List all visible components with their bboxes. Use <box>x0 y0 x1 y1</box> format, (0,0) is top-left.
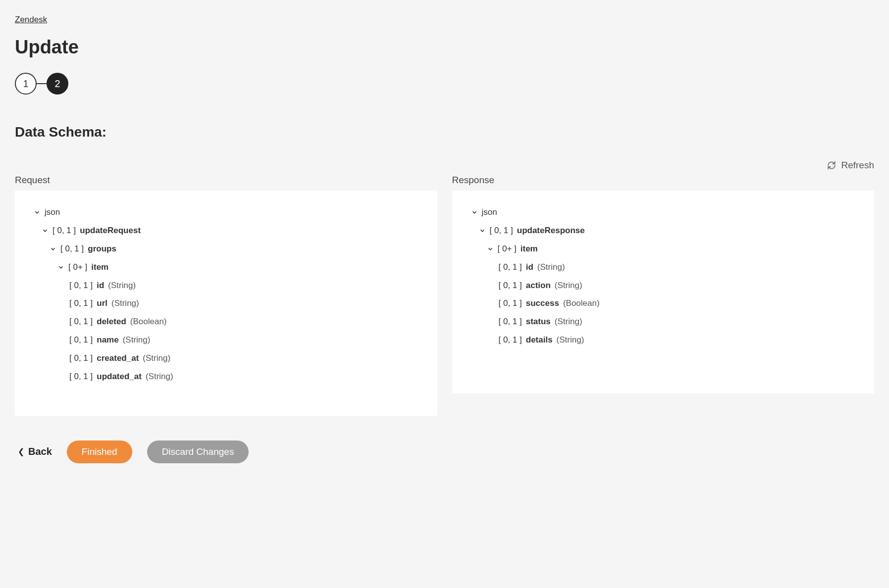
node-card: [ 0, 1 ] <box>490 224 513 238</box>
tree-node-status[interactable]: [ 0, 1 ] status (String) <box>465 313 862 331</box>
request-panel: Request json [ 0, 1 ] updateRequest [ 0,… <box>15 175 437 416</box>
node-type: (String) <box>555 279 582 293</box>
node-card: [ 0, 1 ] <box>499 279 522 293</box>
chevron-down-icon <box>57 264 64 271</box>
node-card: [ 0, 1 ] <box>499 260 522 275</box>
node-type: (String) <box>555 315 582 329</box>
back-button[interactable]: ❮ Back <box>18 446 52 457</box>
node-name: status <box>526 315 551 329</box>
node-type: (Boolean) <box>130 315 167 329</box>
tree-node-id[interactable]: [ 0, 1 ] id (String) <box>465 258 862 277</box>
tree-node-item[interactable]: [ 0+ ] item <box>465 240 862 258</box>
node-card: [ 0, 1 ] <box>69 279 93 293</box>
refresh-label: Refresh <box>841 160 874 171</box>
node-card: [ 0, 1 ] <box>69 315 93 329</box>
tree-node-groups[interactable]: [ 0, 1 ] groups <box>28 240 424 258</box>
step-2[interactable]: 2 <box>47 73 68 95</box>
node-type: (String) <box>146 370 173 384</box>
finished-button[interactable]: Finished <box>67 441 132 463</box>
node-type: (String) <box>123 333 151 347</box>
node-type: (Boolean) <box>563 296 600 311</box>
node-name: details <box>526 333 553 347</box>
chevron-down-icon <box>50 245 56 252</box>
node-name: updated_at <box>97 370 142 384</box>
node-card: [ 0, 1 ] <box>60 242 84 256</box>
node-card: [ 0+ ] <box>498 242 517 256</box>
node-name: url <box>97 296 107 311</box>
page-title: Update <box>15 37 874 58</box>
node-name: id <box>97 279 104 293</box>
node-name: action <box>526 279 551 293</box>
chevron-down-icon <box>42 227 49 234</box>
node-name: name <box>97 333 118 347</box>
section-label: Data Schema: <box>15 124 874 140</box>
tree-node-created_at[interactable]: [ 0, 1 ] created_at (String) <box>28 349 424 368</box>
node-card: [ 0, 1 ] <box>69 333 93 347</box>
node-type: (String) <box>108 279 136 293</box>
node-name: groups <box>88 242 116 256</box>
tree-node-details[interactable]: [ 0, 1 ] details (String) <box>465 331 862 349</box>
refresh-icon <box>827 161 836 170</box>
chevron-down-icon <box>471 209 478 216</box>
node-name: created_at <box>97 351 139 366</box>
tree-node-action[interactable]: [ 0, 1 ] action (String) <box>465 277 862 295</box>
step-connector <box>37 83 47 84</box>
node-type: (String) <box>143 351 170 366</box>
tree-node-root[interactable]: json <box>28 203 424 222</box>
node-name: updateRequest <box>80 224 141 238</box>
request-header: Request <box>15 175 437 186</box>
node-card: [ 0, 1 ] <box>499 333 522 347</box>
footer: ❮ Back Finished Discard Changes <box>15 441 874 463</box>
chevron-down-icon <box>479 227 486 234</box>
node-card: [ 0+ ] <box>68 260 87 275</box>
step-indicator: 1 2 <box>15 73 874 95</box>
node-name: success <box>526 296 559 311</box>
refresh-button[interactable]: Refresh <box>15 160 874 171</box>
node-card: [ 0, 1 ] <box>499 315 522 329</box>
tree-node-name[interactable]: [ 0, 1 ] name (String) <box>28 331 424 349</box>
tree-node-url[interactable]: [ 0, 1 ] url (String) <box>28 294 424 313</box>
response-panel: Response json [ 0, 1 ] updateResponse [ … <box>452 175 875 416</box>
node-label: json <box>45 205 60 220</box>
tree-node-updated_at[interactable]: [ 0, 1 ] updated_at (String) <box>28 368 424 386</box>
tree-node-updateResponse[interactable]: [ 0, 1 ] updateResponse <box>465 222 862 240</box>
node-name: item <box>521 242 538 256</box>
node-name: deleted <box>97 315 126 329</box>
discard-button[interactable]: Discard Changes <box>147 441 249 463</box>
response-body: json [ 0, 1 ] updateResponse [ 0+ ] item… <box>452 191 875 393</box>
node-card: [ 0, 1 ] <box>499 296 522 311</box>
tree-node-success[interactable]: [ 0, 1 ] success (Boolean) <box>465 294 862 313</box>
tree-node-root[interactable]: json <box>465 203 862 222</box>
chevron-left-icon: ❮ <box>18 447 24 456</box>
node-name: id <box>526 260 533 275</box>
node-card: [ 0, 1 ] <box>69 370 93 384</box>
node-label: json <box>482 205 497 220</box>
chevron-down-icon <box>487 245 494 252</box>
node-type: (String) <box>111 296 139 311</box>
tree-node-id[interactable]: [ 0, 1 ] id (String) <box>28 277 424 295</box>
node-card: [ 0, 1 ] <box>69 296 93 311</box>
step-1[interactable]: 1 <box>15 73 37 95</box>
tree-node-item[interactable]: [ 0+ ] item <box>28 258 424 277</box>
node-card: [ 0, 1 ] <box>52 224 76 238</box>
tree-node-updateRequest[interactable]: [ 0, 1 ] updateRequest <box>28 222 424 240</box>
node-type: (String) <box>537 260 565 275</box>
node-name: updateResponse <box>517 224 585 238</box>
node-name: item <box>91 260 108 275</box>
chevron-down-icon <box>34 209 41 216</box>
request-body: json [ 0, 1 ] updateRequest [ 0, 1 ] gro… <box>15 191 437 416</box>
breadcrumb[interactable]: Zendesk <box>15 15 47 25</box>
tree-node-deleted[interactable]: [ 0, 1 ] deleted (Boolean) <box>28 313 424 331</box>
response-header: Response <box>452 175 875 186</box>
node-type: (String) <box>557 333 584 347</box>
back-label: Back <box>28 446 52 457</box>
node-card: [ 0, 1 ] <box>69 351 93 366</box>
